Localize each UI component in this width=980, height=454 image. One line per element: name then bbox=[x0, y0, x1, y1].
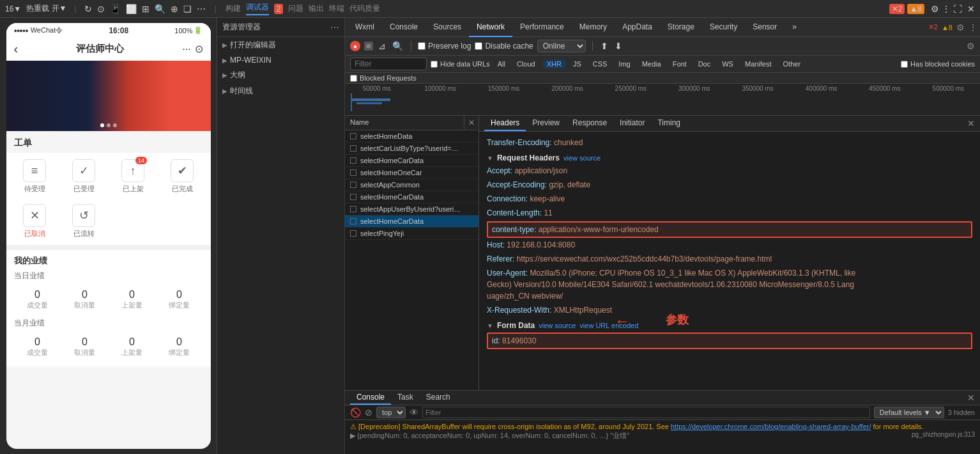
grid-icon[interactable]: ⊞ bbox=[142, 4, 149, 14]
reload-control[interactable]: 16▼ bbox=[5, 4, 21, 13]
settings-icon[interactable]: ⚙ bbox=[931, 4, 939, 14]
inspect-icon[interactable]: ⊕ bbox=[171, 4, 178, 14]
close-detail-icon[interactable]: ✕ bbox=[464, 116, 479, 130]
filter-media[interactable]: Media bbox=[638, 59, 665, 68]
console-filter-input[interactable] bbox=[422, 407, 870, 418]
request-item-0[interactable]: selectHomeData bbox=[345, 130, 479, 143]
tab-security[interactable]: Security bbox=[702, 18, 745, 37]
tab-memory[interactable]: Memory bbox=[572, 18, 615, 37]
more-button[interactable]: ··· bbox=[182, 43, 190, 55]
view-source-link[interactable]: view source bbox=[563, 154, 601, 162]
disable-cache-checkbox[interactable]: Disable cache bbox=[475, 42, 533, 51]
tab-performance[interactable]: Performance bbox=[512, 18, 572, 37]
hide-data-urls-input[interactable] bbox=[431, 61, 438, 68]
filter-css[interactable]: CSS bbox=[589, 59, 611, 68]
filter-other[interactable]: Other bbox=[779, 59, 805, 68]
build-tab[interactable]: 构建 bbox=[226, 3, 241, 14]
search-icon[interactable]: 🔍 bbox=[391, 41, 404, 51]
tab-sensor[interactable]: Sensor bbox=[745, 18, 785, 37]
filter-manifest[interactable]: Manifest bbox=[741, 59, 776, 68]
sidebar-item-outline[interactable]: ▶ 大纲 bbox=[217, 67, 344, 83]
work-item-cancelled[interactable]: ✕ 已取消 bbox=[11, 200, 58, 242]
tab-appdata[interactable]: AppData bbox=[615, 18, 660, 37]
detail-tab-headers[interactable]: Headers bbox=[484, 116, 526, 131]
menu-icon[interactable]: ⋮ bbox=[942, 4, 951, 14]
settings-icon3[interactable]: ⚙ bbox=[967, 41, 975, 51]
filter-font[interactable]: Font bbox=[669, 59, 691, 68]
tab-more[interactable]: » bbox=[785, 18, 804, 37]
request-item-6[interactable]: selectAppUserByUserid?userid=... bbox=[345, 203, 479, 215]
clear-button[interactable]: ⊘ bbox=[364, 42, 373, 51]
filter-doc[interactable]: Doc bbox=[694, 59, 715, 68]
sidebar-menu-icon[interactable]: ⋯ bbox=[330, 22, 339, 33]
filter-ws[interactable]: WS bbox=[718, 59, 737, 68]
console-eye-icon[interactable]: 👁 bbox=[410, 407, 418, 418]
codequality-tab[interactable]: 代码质量 bbox=[349, 3, 380, 14]
tab-sources[interactable]: Sources bbox=[425, 18, 469, 37]
hide-data-urls-checkbox[interactable]: Hide data URLs bbox=[431, 60, 490, 68]
work-item-accepted[interactable]: ✓ 已受理 bbox=[61, 155, 107, 198]
console-tab-console[interactable]: Console bbox=[350, 391, 391, 405]
filter-input[interactable] bbox=[350, 58, 427, 70]
more-icon2[interactable]: ⋮ bbox=[969, 22, 977, 33]
settings-icon2[interactable]: ⚙ bbox=[956, 22, 965, 33]
detail-tab-preview[interactable]: Preview bbox=[526, 116, 566, 131]
tab-console[interactable]: Console bbox=[382, 18, 425, 37]
debug-tab[interactable]: 调试器 bbox=[246, 2, 269, 15]
output-tab[interactable]: 输出 bbox=[309, 3, 324, 14]
console-clear-icon[interactable]: 🚫 bbox=[350, 407, 361, 418]
back-button[interactable]: ‹ bbox=[14, 42, 19, 56]
request-item-7[interactable]: selectHomeCarData bbox=[345, 215, 479, 228]
console-context-select[interactable]: top bbox=[376, 407, 406, 418]
detail-tab-response[interactable]: Response bbox=[566, 116, 613, 131]
work-item-pending[interactable]: ≡ 待受理 bbox=[11, 155, 58, 198]
tab-wxml[interactable]: Wxml bbox=[348, 18, 382, 37]
phone-icon[interactable]: 📱 bbox=[110, 4, 121, 14]
filter-xhr[interactable]: XHR bbox=[543, 59, 565, 68]
detail-close-btn[interactable]: ✕ bbox=[967, 118, 975, 129]
form-view-source[interactable]: view source bbox=[539, 322, 576, 329]
tab-storage[interactable]: Storage bbox=[660, 18, 702, 37]
request-item-3[interactable]: selectHomeOneCar bbox=[345, 167, 479, 179]
stop-icon[interactable]: ⊙ bbox=[97, 4, 105, 14]
preserve-log-input[interactable] bbox=[418, 42, 425, 50]
record-button[interactable]: ⊙ bbox=[195, 43, 203, 55]
request-item-1[interactable]: selectCarListByType?userid=&p... bbox=[345, 143, 479, 155]
dots-icon[interactable]: ⋯ bbox=[197, 4, 206, 14]
console-tab-search[interactable]: Search bbox=[420, 391, 457, 405]
request-item-8[interactable]: selectPingYeji bbox=[345, 228, 479, 240]
preserve-log-checkbox[interactable]: Preserve log bbox=[418, 42, 471, 51]
download-icon[interactable]: ⬇ bbox=[613, 41, 624, 51]
refresh-icon[interactable]: ↻ bbox=[84, 4, 92, 14]
filter-img[interactable]: Img bbox=[615, 59, 634, 68]
filter-cloud[interactable]: Cloud bbox=[513, 59, 539, 68]
expand-icon2[interactable]: ⛶ bbox=[953, 4, 962, 14]
hotreload-control[interactable]: 热重载 开▼ bbox=[26, 3, 66, 14]
filter-js[interactable]: JS bbox=[569, 59, 585, 68]
console-close-icon[interactable]: ✕ bbox=[967, 393, 975, 403]
throttle-select[interactable]: Online Fast 3G Slow 3G Offline bbox=[537, 40, 586, 52]
filter-all[interactable]: All bbox=[494, 59, 509, 68]
problems-tab[interactable]: 问题 bbox=[288, 3, 303, 14]
console-level-select[interactable]: Default levels ▼ bbox=[874, 407, 944, 418]
blocked-requests-input[interactable] bbox=[350, 75, 357, 82]
window-icon[interactable]: ⬜ bbox=[126, 4, 137, 14]
sidebar-item-timeline[interactable]: ▶ 时间线 bbox=[217, 83, 344, 99]
filter-icon[interactable]: ⊿ bbox=[377, 41, 387, 51]
terminal-tab[interactable]: 终端 bbox=[329, 3, 344, 14]
console-tab-task[interactable]: Task bbox=[391, 391, 420, 405]
request-item-2[interactable]: selectHomeCarData bbox=[345, 155, 479, 167]
detail-tab-initiator[interactable]: Initiator bbox=[613, 116, 651, 131]
request-item-5[interactable]: selectHomeCarData bbox=[345, 191, 479, 203]
console-block-icon[interactable]: ⊘ bbox=[365, 407, 372, 418]
tab-network[interactable]: Network bbox=[469, 18, 512, 37]
close-icon[interactable]: ✕ bbox=[967, 4, 975, 14]
sidebar-item-mp[interactable]: ▶ MP-WEIXIN bbox=[217, 53, 344, 67]
work-item-listed[interactable]: ↑14 已上架 bbox=[110, 155, 157, 198]
sidebar-item-editor[interactable]: ▶ 打开的编辑器 bbox=[217, 37, 344, 53]
request-item-4[interactable]: selectAppCommon bbox=[345, 179, 479, 191]
search-icon2[interactable]: 🔍 bbox=[155, 4, 165, 14]
blocked-requests-checkbox[interactable]: Blocked Requests bbox=[350, 74, 417, 82]
upload-icon[interactable]: ⬆ bbox=[599, 41, 609, 51]
expand-icon[interactable]: ❏ bbox=[183, 4, 192, 14]
